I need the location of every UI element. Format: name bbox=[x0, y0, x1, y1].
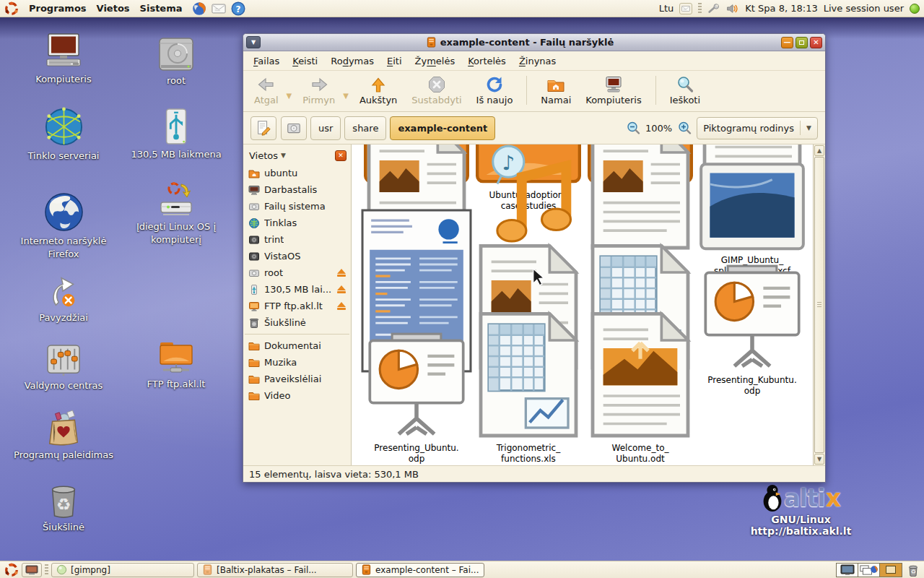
sidebar-item-ubuntu[interactable]: ubuntu bbox=[243, 165, 351, 181]
path-button-filesystem[interactable] bbox=[281, 116, 307, 140]
toolbar-button-ie-koti[interactable]: Ieškoti bbox=[663, 74, 707, 107]
toolbar-button-namai[interactable]: Namai bbox=[534, 74, 578, 107]
desktop-icon-diegti-linux-os-kompiuter[interactable]: Įdiegti Linux OS į kompiuterį bbox=[122, 176, 230, 246]
sidebar-item-iuk-lin[interactable]: Šiukšlinė bbox=[243, 314, 351, 331]
path-button-example-content[interactable]: example-content bbox=[390, 116, 495, 140]
file-presenting-kubuntu-odp[interactable]: Presenting_Kubuntu.odp bbox=[697, 335, 808, 397]
panel-menu-programos[interactable]: Programos bbox=[24, 1, 92, 15]
taskbar-button-baltix-plakatas-fail[interactable]: [Baltix-plakatas – Fail... bbox=[197, 563, 353, 577]
panel-menu-sistema[interactable]: Sistema bbox=[135, 1, 188, 15]
sidebar-item-fail-sistema[interactable]: Failų sistema bbox=[243, 198, 351, 215]
sidebar-item-darbastalis[interactable]: Darbastalis bbox=[243, 181, 351, 198]
help-launcher-icon[interactable]: ? bbox=[231, 1, 245, 16]
keyboard-layout-indicator[interactable]: Ltu bbox=[659, 3, 674, 14]
applet-handle[interactable] bbox=[698, 3, 702, 14]
file-view[interactable]: logosUbuntu_adoption_case_studiesUbuntu_… bbox=[352, 144, 813, 465]
menu-keisti[interactable]: Keisti bbox=[287, 53, 323, 69]
presence-status-icon[interactable] bbox=[910, 4, 920, 14]
volume-icon[interactable] bbox=[726, 3, 739, 14]
path-button-share[interactable]: share bbox=[344, 116, 386, 140]
path-button-label: share bbox=[352, 123, 378, 134]
trash-applet-icon[interactable]: ♻ bbox=[907, 564, 920, 577]
path-buttons: usrshareexample-content bbox=[281, 116, 495, 140]
ubuntu-logo-icon[interactable] bbox=[4, 563, 19, 577]
toolbar-button-sustabdyti[interactable]: Sustabdyti bbox=[405, 74, 468, 107]
chevron-down-icon[interactable]: ▼ bbox=[287, 92, 292, 100]
sidebar-item-130-5-mb-lai[interactable]: 130,5 MB lai... bbox=[243, 281, 351, 298]
desktop-icon-pavyzd-iai[interactable]: Pavyzdžiai bbox=[9, 267, 118, 324]
view-mode-dropdown[interactable]: Piktogramų rodinys ▼ bbox=[697, 117, 818, 139]
close-button[interactable]: ✕ bbox=[810, 37, 822, 48]
shortcut-icon bbox=[45, 273, 82, 309]
trash-sm-icon bbox=[248, 317, 260, 329]
clock[interactable]: Kt Spa 8, 18:13 bbox=[745, 3, 817, 14]
workspace-switcher[interactable] bbox=[836, 563, 902, 577]
applet-handle[interactable] bbox=[45, 564, 48, 576]
desktop-icon-ftp-ftp-akl-lt[interactable]: FTP ftp.akl.lt bbox=[122, 334, 230, 391]
path-button-usr[interactable]: usr bbox=[310, 116, 341, 140]
sidebar-header[interactable]: Vietos ▼ ✕ bbox=[243, 146, 351, 165]
toolbar-button-i-naujo[interactable]: Iš naujo bbox=[470, 74, 520, 107]
taskbar-button-gimpng[interactable]: [gimpng] bbox=[51, 563, 194, 577]
sidebar-item-video[interactable]: Video bbox=[243, 387, 351, 404]
workspace-cell-1[interactable] bbox=[858, 564, 880, 577]
sidebar-item-tinklas[interactable]: Tinklas bbox=[243, 215, 351, 231]
sidebar-item-label: Paveikslėliai bbox=[264, 374, 321, 384]
sidebar-close-button[interactable]: ✕ bbox=[335, 150, 346, 161]
sidebar-item-ftp-ftp-akl-lt[interactable]: FTP ftp.akl.lt bbox=[243, 298, 351, 314]
scrollbar[interactable]: ▲ ▼ bbox=[813, 144, 825, 465]
scroll-up-icon[interactable]: ▲ bbox=[814, 145, 824, 156]
chevron-down-icon[interactable]: ▼ bbox=[343, 92, 349, 100]
sidebar-item-trint[interactable]: trint bbox=[243, 231, 351, 248]
eject-button[interactable] bbox=[337, 302, 346, 310]
maximize-button[interactable] bbox=[796, 37, 808, 48]
desktop-icon-root[interactable]: root bbox=[122, 30, 230, 87]
menu-rodymas[interactable]: Rodymas bbox=[325, 53, 380, 69]
mail-launcher-icon[interactable] bbox=[212, 1, 226, 16]
menu-ymel-s[interactable]: Žymelės bbox=[409, 53, 461, 69]
ubuntu-menu-icon[interactable] bbox=[4, 1, 19, 16]
zoom-out-icon[interactable] bbox=[626, 121, 640, 135]
menu-failas[interactable]: Failas bbox=[248, 53, 285, 69]
desktop-icon-tinklo-serveriai[interactable]: Tinklo serveriai bbox=[9, 105, 118, 163]
taskbar-button-example-content-fai[interactable]: example-content – Fai... bbox=[356, 563, 484, 577]
sidebar-item-vistaos[interactable]: VistaOS bbox=[243, 248, 351, 264]
panel-menu-vietos[interactable]: Vietos bbox=[92, 1, 135, 15]
desktop-icon-130-5-mb-laikmena[interactable]: 130,5 MB laikmena bbox=[122, 104, 230, 161]
user-switcher[interactable]: Live session user bbox=[824, 3, 904, 14]
scroll-down-icon[interactable]: ▼ bbox=[814, 454, 824, 465]
firefox-launcher-icon[interactable] bbox=[192, 1, 206, 16]
minimize-button[interactable]: — bbox=[781, 37, 793, 48]
desktop-icon-program-paleidimas[interactable]: Programų paleidimas bbox=[9, 405, 118, 462]
desktop-icon-kompiuteris[interactable]: Kompiuteris bbox=[9, 29, 118, 86]
zoom-in-icon[interactable] bbox=[677, 121, 692, 135]
toolbar-button-kompiuteris[interactable]: Kompiuteris bbox=[579, 74, 648, 107]
scrollbar-thumb[interactable] bbox=[814, 157, 824, 453]
desktop-icon-interneto-nar-ykl-firefox[interactable]: Interneto naršyklė Firefox bbox=[9, 191, 118, 260]
window-menu-button[interactable]: ▼ bbox=[246, 36, 261, 48]
menu-inynas[interactable]: Žinynas bbox=[513, 53, 562, 69]
eject-button[interactable] bbox=[337, 285, 346, 293]
sidebar-item-root[interactable]: root bbox=[243, 264, 351, 281]
desktop-icon-valdymo-centras[interactable]: Valdymo centras bbox=[9, 335, 118, 392]
toolbar-button-auk-tyn[interactable]: Aukštyn bbox=[353, 74, 404, 107]
menu-eiti[interactable]: Eiti bbox=[381, 53, 408, 69]
file-trigonometric-functions-xls[interactable]: Trigonometric_functions.xls bbox=[473, 403, 584, 465]
tool-tray-icon[interactable] bbox=[707, 3, 720, 14]
titlebar[interactable]: ▼ example-content - Failų naršyklė — ✕ bbox=[243, 34, 825, 51]
file-presenting-ubuntu-odp[interactable]: Presenting_Ubuntu.odp bbox=[361, 403, 472, 465]
menu-kortel-s[interactable]: Kortelės bbox=[462, 53, 512, 69]
sidebar-item-dokumentai[interactable]: Dokumentai bbox=[243, 337, 351, 354]
desktop-icon-iuk-lin[interactable]: ♻Šiukšlinė bbox=[9, 477, 118, 534]
mail-notification-icon[interactable] bbox=[679, 3, 692, 14]
toolbar-button-atgal[interactable]: Atgal bbox=[248, 74, 285, 107]
sidebar-item-muzika[interactable]: Muzika bbox=[243, 354, 351, 371]
sidebar-item-paveiksl-liai[interactable]: Paveikslėliai bbox=[243, 371, 351, 387]
eject-button[interactable] bbox=[337, 269, 346, 277]
workspace-cell-monitor[interactable] bbox=[837, 564, 858, 577]
edit-location-button[interactable] bbox=[250, 116, 276, 140]
toolbar-button-pirmyn[interactable]: Pirmyn bbox=[296, 74, 341, 107]
file-welcome-to-ubuntu-odt[interactable]: Welcome_to_Ubuntu.odt bbox=[585, 403, 696, 465]
show-desktop-button[interactable] bbox=[22, 563, 42, 577]
workspace-cell-2-current[interactable] bbox=[880, 564, 902, 577]
